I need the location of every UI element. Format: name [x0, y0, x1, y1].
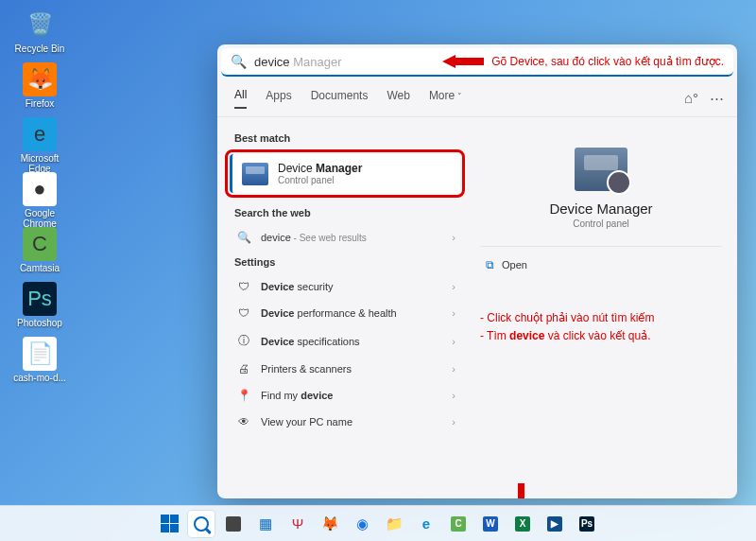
- settings-row[interactable]: 🖨Printers & scanners›: [225, 356, 465, 382]
- row-icon: 🛡: [236, 280, 251, 293]
- desktop-icon-camtasia[interactable]: CCamtasia: [11, 227, 68, 273]
- search-web-header: Search the web: [225, 201, 465, 224]
- tab-apps[interactable]: Apps: [266, 89, 291, 108]
- chevron-right-icon: ›: [452, 416, 455, 428]
- desktop-icon-firefox[interactable]: 🦊Firefox: [11, 62, 68, 109]
- taskbar-photoshop[interactable]: Ps: [574, 511, 600, 537]
- taskbar-edge[interactable]: e: [413, 511, 439, 537]
- search-autocomplete-text: Manager: [290, 55, 342, 69]
- taskbar-search[interactable]: [188, 511, 215, 537]
- annotation-arrow-left: [442, 55, 484, 68]
- desktop-icon-google-chrome[interactable]: ●Google Chrome: [11, 172, 68, 229]
- row-icon: 🖨: [236, 362, 251, 375]
- device-manager-large-icon: [575, 148, 627, 191]
- chevron-right-icon: ›: [452, 363, 455, 375]
- detail-subtitle: Control panel: [480, 218, 722, 229]
- results-column: Best match Device Manager Control panel …: [217, 117, 472, 490]
- chevron-right-icon: ›: [452, 307, 455, 319]
- taskbar: ▦Ψ🦊◉📁eCWX▶Ps: [0, 505, 756, 541]
- settings-row[interactable]: 📍Find my device›: [225, 382, 465, 409]
- row-icon: ⓘ: [236, 333, 251, 349]
- row-icon: 📍: [236, 389, 251, 402]
- detail-title: Device Manager: [480, 201, 722, 217]
- annotation-text-side: - Click chuột phải vào nút tìm kiếm - Tì…: [480, 309, 722, 345]
- best-match-item[interactable]: Device Manager Control panel: [230, 154, 460, 193]
- tab-all[interactable]: All: [234, 88, 247, 109]
- desktop-icon-microsoft-edge[interactable]: eMicrosoft Edge: [11, 117, 68, 174]
- settings-row[interactable]: 👁View your PC name›: [225, 409, 465, 435]
- detail-column: Device Manager Control panel ⧉ Open - Cl…: [472, 117, 737, 490]
- tab-more[interactable]: More: [429, 89, 462, 108]
- search-bar[interactable]: 🔍 device Manager Gõ Device, sau đó click…: [221, 48, 733, 77]
- web-result-row[interactable]: 🔍 device - See web results ›: [225, 224, 465, 251]
- settings-row[interactable]: 🛡Device security›: [225, 273, 465, 300]
- row-icon: 🛡: [236, 306, 251, 320]
- search-icon: 🔍: [236, 231, 251, 244]
- search-typed-text: device: [254, 55, 290, 69]
- search-input[interactable]: device Manager: [254, 55, 433, 69]
- chevron-right-icon: ›: [452, 232, 455, 243]
- device-manager-icon: [242, 163, 268, 185]
- annotation-highlight-box: Device Manager Control panel: [225, 149, 465, 198]
- annotation-text-top: Gõ Device, sau đó click vào kết quả tìm …: [491, 55, 724, 68]
- open-icon: ⧉: [486, 258, 494, 271]
- settings-row[interactable]: 🛡Device performance & health›: [225, 300, 465, 326]
- settings-row[interactable]: ⓘDevice specifications›: [225, 326, 465, 356]
- taskbar-word[interactable]: W: [477, 511, 504, 537]
- taskbar-snip[interactable]: Ψ: [284, 511, 311, 537]
- taskbar-explorer[interactable]: 📁: [381, 511, 407, 537]
- search-tabs: All Apps Documents Web More ⌂° ⋯: [217, 77, 737, 117]
- best-match-header: Best match: [225, 127, 465, 149]
- search-icon: 🔍: [231, 54, 247, 69]
- desktop-icon-recycle-bin[interactable]: 🗑️Recycle Bin: [11, 8, 68, 54]
- open-action[interactable]: ⧉ Open: [480, 254, 722, 275]
- taskbar-excel[interactable]: X: [509, 511, 536, 537]
- best-match-subtitle: Control panel: [278, 175, 362, 185]
- search-panel: 🔍 device Manager Gõ Device, sau đó click…: [217, 44, 737, 498]
- taskbar-firefox[interactable]: 🦊: [317, 511, 343, 537]
- taskbar-start[interactable]: [156, 511, 182, 537]
- annotation-arrow-down: [512, 483, 529, 498]
- taskbar-powerpoint[interactable]: ▶: [541, 511, 568, 537]
- taskbar-camtasia[interactable]: C: [445, 511, 472, 537]
- settings-header: Settings: [225, 251, 465, 273]
- chevron-right-icon: ›: [452, 281, 455, 292]
- chevron-right-icon: ›: [452, 336, 455, 347]
- desktop-icon-cash-mo-d-[interactable]: 📄cash-mo-d...: [11, 337, 68, 383]
- best-match-title: Device: [278, 162, 316, 175]
- tab-web[interactable]: Web: [387, 89, 409, 108]
- more-options-icon[interactable]: ⋯: [710, 90, 724, 107]
- row-icon: 👁: [236, 415, 251, 428]
- open-label: Open: [502, 259, 527, 270]
- chevron-right-icon: ›: [452, 390, 455, 401]
- taskbar-chrome[interactable]: ◉: [349, 511, 375, 537]
- account-icon[interactable]: ⌂°: [684, 90, 698, 107]
- desktop-icon-photoshop[interactable]: PsPhotoshop: [11, 282, 68, 328]
- taskbar-taskview[interactable]: [220, 511, 247, 537]
- taskbar-widgets[interactable]: ▦: [252, 511, 279, 537]
- tab-documents[interactable]: Documents: [311, 89, 369, 108]
